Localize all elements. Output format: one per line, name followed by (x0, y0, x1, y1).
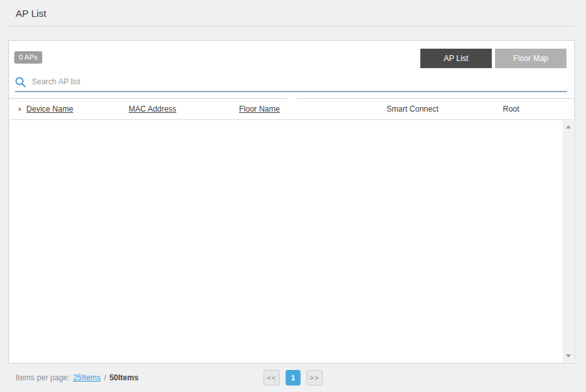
items-per-page-separator: / (104, 373, 106, 382)
table-body-empty (10, 121, 574, 362)
pagination-prev-button[interactable]: << (264, 370, 280, 386)
pagination-next-button[interactable]: >> (307, 370, 323, 386)
scroll-up-icon[interactable] (566, 125, 571, 129)
search-bar (15, 75, 567, 92)
footer: Items per page: 25Items / 50Items << 1 >… (0, 363, 586, 392)
tab-ap-list[interactable]: AP List (420, 49, 492, 68)
ap-list-panel: 0 APs AP List Floor Map ∧ Device Name MA… (8, 40, 575, 363)
column-header-mac-address[interactable]: MAC Address (129, 104, 239, 114)
search-icon (15, 77, 26, 88)
ap-count-badge: 0 APs (14, 51, 42, 64)
scrollbar[interactable] (563, 121, 574, 362)
table-header: ∧ Device Name MAC Address Floor Name Sma… (10, 99, 574, 120)
column-label-floor-name[interactable]: Floor Name (239, 104, 280, 114)
pagination-page-1-button[interactable]: 1 (286, 370, 301, 386)
column-header-floor-name[interactable]: Floor Name (239, 104, 387, 114)
pagination: << 1 >> (264, 370, 323, 386)
column-header-device-name[interactable]: ∧ Device Name (18, 104, 129, 114)
column-label-root: Root (503, 104, 519, 114)
column-header-root: Root (503, 104, 574, 114)
column-header-smart-connect: Smart Connect (387, 104, 503, 114)
search-input[interactable] (32, 77, 567, 86)
scroll-down-icon[interactable] (566, 354, 571, 358)
column-label-smart-connect: Smart Connect (387, 104, 439, 114)
items-per-page-50-selected[interactable]: 50Items (109, 373, 138, 382)
tab-floor-map[interactable]: Floor Map (495, 49, 567, 68)
sort-asc-icon: ∧ (18, 106, 22, 112)
items-per-page: Items per page: 25Items / 50Items (16, 373, 138, 382)
title-divider (5, 26, 575, 27)
page-title: AP List (16, 8, 46, 19)
column-label-device-name[interactable]: Device Name (27, 104, 73, 114)
items-per-page-25-link[interactable]: 25Items (73, 373, 101, 382)
items-per-page-label: Items per page: (16, 373, 70, 382)
column-label-mac-address[interactable]: MAC Address (129, 104, 176, 114)
view-toggle: AP List Floor Map (420, 49, 567, 68)
page-header: AP List (0, 0, 586, 26)
